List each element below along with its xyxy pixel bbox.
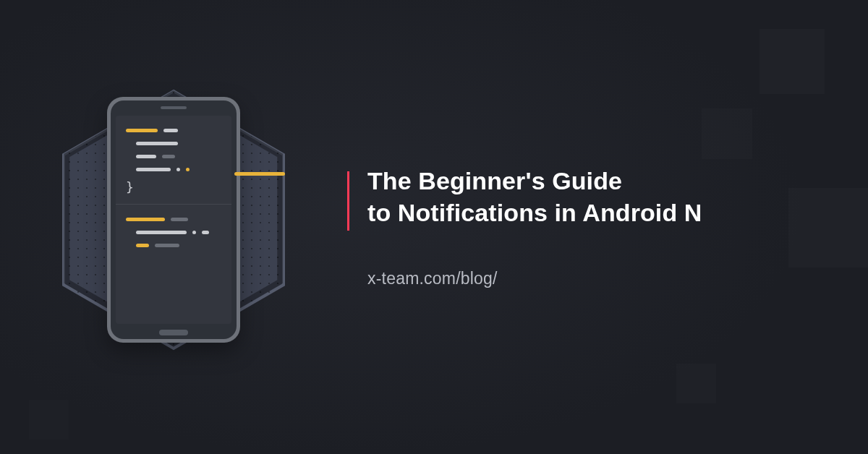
phone-speaker [161, 106, 187, 109]
phone-icon: } [107, 97, 240, 343]
text-content: The Beginner's Guide to Notifications in… [347, 166, 868, 288]
hexagon-phone-illustration: } [51, 82, 297, 357]
banner-layout: } The Beginner's Guide to Notifications … [0, 0, 868, 454]
banner-title: The Beginner's Guide to Notifications in… [347, 166, 825, 228]
title-line-1: The Beginner's Guide [367, 167, 622, 194]
phone-screen: } [116, 116, 231, 324]
code-brace: } [126, 181, 221, 194]
code-overflow-line [234, 172, 285, 176]
site-url: x-team.com/blog/ [347, 269, 825, 288]
title-line-2: to Notifications in Android N [367, 199, 702, 226]
accent-bar [347, 171, 349, 231]
illustration-area: } [0, 0, 347, 454]
phone-home-button [159, 330, 188, 335]
